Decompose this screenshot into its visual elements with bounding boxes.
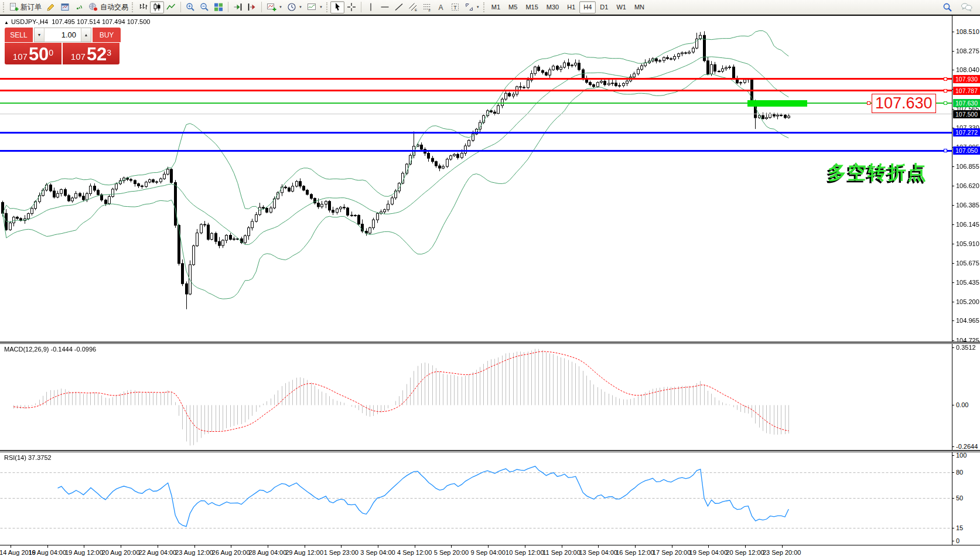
toolbar-drag-handle[interactable] (326, 2, 328, 12)
signal-button[interactable] (72, 1, 86, 13)
cursor-tool-button[interactable] (330, 1, 344, 13)
timeframe-button-m1[interactable]: M1 (487, 1, 504, 13)
resistance-line-107787[interactable] (0, 90, 952, 91)
time-tick-label: 19 Aug 12:00 (65, 549, 103, 556)
fibonacci-tool-button[interactable]: F (420, 1, 434, 13)
time-tick (451, 545, 452, 548)
collapse-panel-icon[interactable]: ▲ (4, 20, 9, 25)
periods-button[interactable]: ▼ (285, 1, 305, 13)
time-tick (47, 545, 48, 548)
cursor-icon (333, 2, 342, 12)
chart-window: ▲USDJPY-,H4 107.495 107.514 107.494 107.… (0, 15, 980, 556)
indicators-button[interactable]: ▼ (264, 1, 285, 13)
timeframe-button-m30[interactable]: M30 (542, 1, 563, 13)
callout-anchor[interactable] (867, 101, 870, 105)
chat-button[interactable] (958, 1, 975, 13)
timeframe-button-mn[interactable]: MN (630, 1, 648, 13)
time-tick-label: 23 Aug 12:00 (175, 549, 213, 556)
timeframe-button-d1[interactable]: D1 (596, 1, 612, 13)
time-tick (84, 545, 84, 548)
time-axis[interactable]: 14 Aug 201916 Aug 04:0019 Aug 12:0020 Au… (0, 545, 980, 556)
rsi-panel-splitter[interactable] (0, 450, 980, 452)
time-tick (745, 545, 746, 548)
tile-windows-icon (214, 2, 223, 12)
candlestick-chart-button[interactable] (150, 1, 164, 13)
shapes-tool-button[interactable]: ▼ (462, 1, 482, 13)
annotation-text[interactable]: 多空转折点 (828, 160, 927, 186)
timeframe-button-m5[interactable]: M5 (504, 1, 521, 13)
toolbar-drag-handle[interactable] (132, 2, 134, 12)
rsi-canvas[interactable] (0, 452, 952, 545)
price-tick (952, 340, 954, 341)
auto-scroll-button[interactable] (231, 1, 245, 13)
pivot-line-107630-endpoint[interactable] (944, 101, 947, 105)
time-tick-label: 17 Sep 20:00 (653, 549, 691, 556)
clock-icon (287, 2, 296, 12)
zoom-in-icon (186, 2, 195, 12)
text-label-tool-button[interactable]: T (448, 1, 462, 13)
new-order-button[interactable]: 新订单 (7, 1, 44, 13)
timeframe-button-w1[interactable]: W1 (612, 1, 630, 13)
sell-button[interactable]: SELL (5, 28, 33, 42)
pivot-line-107630[interactable] (0, 103, 952, 104)
price-tick-label: 106.620 (956, 182, 979, 189)
support-line-107050[interactable] (0, 150, 952, 152)
buy-button[interactable]: BUY (93, 28, 121, 42)
bid-price-line[interactable] (0, 114, 952, 114)
resistance-line-107930-endpoint[interactable] (944, 77, 947, 81)
buy-price-whole: 107 (71, 51, 86, 63)
channel-tool-button[interactable]: E (406, 1, 420, 13)
price-axis[interactable]: 108.510108.275108.040107.805107.565107.3… (952, 16, 980, 545)
buy-price-box[interactable]: 107523 (63, 43, 119, 64)
market-watch-button[interactable] (58, 1, 72, 13)
timeframe-button-m15[interactable]: M15 (521, 1, 542, 13)
zoom-in-button[interactable] (183, 1, 197, 13)
volume-increase-button[interactable]: ▲ (81, 28, 91, 42)
resistance-line-107930[interactable] (0, 78, 952, 80)
volume-decrease-button[interactable]: ▼ (35, 28, 45, 42)
line-chart-button[interactable] (164, 1, 178, 13)
search-button[interactable] (940, 1, 955, 13)
chart-shift-button[interactable] (245, 1, 259, 13)
templates-button[interactable]: ▼ (305, 1, 325, 13)
one-click-trading-panel: SELL ▼ ▲ BUY 107500 107523 (5, 28, 121, 64)
highlight-rectangle[interactable] (747, 100, 807, 107)
main-chart-canvas[interactable] (0, 16, 952, 342)
line-chart-icon (166, 2, 176, 12)
macd-canvas[interactable] (0, 344, 952, 450)
price-tick-label: 108.275 (956, 47, 979, 54)
support-line-107050-endpoint[interactable] (944, 149, 947, 152)
text-tool-button[interactable]: A (434, 1, 448, 13)
main-toolbar: 新订单 自动交易 (0, 0, 980, 15)
sell-price-box[interactable]: 107500 (5, 43, 62, 64)
chevron-down-icon: ▼ (299, 5, 302, 9)
rsi-axis-tick (952, 455, 954, 456)
horizontal-line-tool-button[interactable] (378, 1, 392, 13)
volume-input[interactable] (45, 28, 81, 42)
trendline-tool-button[interactable] (392, 1, 406, 13)
macd-axis-label: 0.3512 (956, 344, 976, 351)
crosshair-tool-button[interactable] (344, 1, 358, 13)
resistance-line-107787-endpoint[interactable] (944, 89, 947, 93)
chevron-down-icon: ▼ (476, 5, 480, 9)
time-tick (562, 545, 562, 548)
autotrade-button[interactable]: 自动交易 (86, 1, 131, 13)
price-callout-label[interactable]: 107.630 (872, 94, 936, 113)
tile-windows-button[interactable] (211, 1, 226, 13)
time-tick (158, 545, 158, 548)
time-tick-label: 23 Sep 20:00 (763, 549, 801, 556)
bar-chart-button[interactable] (136, 1, 150, 13)
toolbar-drag-handle[interactable] (3, 2, 5, 12)
price-tick-label: 105.675 (956, 260, 979, 267)
macd-axis-label: -0.2644 (956, 443, 978, 450)
support-line-107272[interactable] (0, 132, 952, 134)
timeframe-button-h1[interactable]: H1 (563, 1, 579, 13)
fibonacci-icon: F (422, 2, 432, 12)
crayon-button[interactable] (44, 1, 58, 13)
toolbar-drag-handle[interactable] (483, 2, 485, 12)
price-tick (952, 70, 954, 70)
macd-panel-splitter[interactable] (0, 342, 980, 344)
timeframe-button-h4[interactable]: H4 (579, 1, 596, 13)
vertical-line-tool-button[interactable] (364, 1, 378, 13)
zoom-out-button[interactable] (197, 1, 211, 13)
